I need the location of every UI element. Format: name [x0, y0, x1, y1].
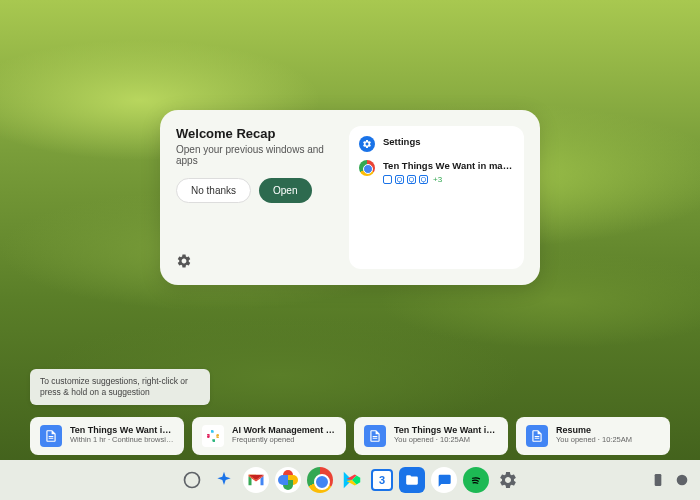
docs-icon [364, 425, 386, 447]
docs-icon [526, 425, 548, 447]
phone-hub-icon[interactable] [650, 472, 666, 488]
sparkle-icon[interactable] [211, 467, 237, 493]
spotify-icon[interactable] [463, 467, 489, 493]
chrome-icon [359, 160, 375, 176]
gmail-icon[interactable] [243, 467, 269, 493]
svg-rect-0 [207, 434, 210, 435]
suggestion-hint-tooltip: To customize suggestions, right-click or… [30, 369, 210, 405]
tab-icon: Q [395, 175, 404, 184]
no-thanks-button[interactable]: No thanks [176, 178, 251, 203]
tab-icon [383, 175, 392, 184]
svg-point-4 [185, 473, 200, 488]
gear-icon[interactable] [176, 253, 192, 269]
recap-sessions: Settings Ten Things We Want in macOS 15 … [349, 126, 524, 269]
tab-icon: Q [407, 175, 416, 184]
session-label: Settings [383, 136, 514, 148]
suggestion-title: AI Work Management & Pro... [232, 425, 336, 435]
play-store-icon[interactable] [339, 467, 365, 493]
suggestion-title: Resume [556, 425, 660, 435]
chrome-icon[interactable] [307, 467, 333, 493]
suggestion-sub: You opened · 10:25AM [556, 435, 660, 444]
suggestion-card[interactable]: ResumeYou opened · 10:25AM [516, 417, 670, 455]
svg-point-6 [677, 475, 688, 486]
svg-rect-3 [214, 439, 215, 442]
welcome-recap-card: Welcome Recap Open your previous windows… [160, 110, 540, 285]
svg-rect-5 [655, 474, 662, 486]
recap-subtitle: Open your previous windows and apps [176, 144, 335, 166]
suggestion-card[interactable]: Ten Things We Want in mac...You opened ·… [354, 417, 508, 455]
system-tray[interactable] [650, 472, 690, 488]
session-label: Ten Things We Want in macOS 15 - Googl..… [383, 160, 514, 172]
suggestion-sub: You opened · 10:25AM [394, 435, 498, 444]
files-icon[interactable] [399, 467, 425, 493]
open-button[interactable]: Open [259, 178, 311, 203]
settings-icon[interactable] [495, 467, 521, 493]
session-tabs: Q Q Q +3 [383, 175, 514, 184]
suggestion-card[interactable]: Ten Things We Want in mac...Within 1 hr … [30, 417, 184, 455]
svg-rect-2 [216, 437, 219, 438]
session-settings[interactable]: Settings [359, 136, 514, 152]
status-icon[interactable] [674, 472, 690, 488]
suggestion-sub: Within 1 hr · Continue browsing [70, 435, 174, 444]
recap-title: Welcome Recap [176, 126, 335, 141]
more-tabs: +3 [433, 175, 442, 184]
photos-icon[interactable] [275, 467, 301, 493]
suggestion-title: Ten Things We Want in mac... [394, 425, 498, 435]
docs-icon [40, 425, 62, 447]
suggestion-card[interactable]: AI Work Management & Pro...Frequently op… [192, 417, 346, 455]
calendar-icon[interactable]: 3 [371, 469, 393, 491]
svg-rect-1 [211, 430, 212, 433]
suggestion-title: Ten Things We Want in mac... [70, 425, 174, 435]
tab-icon: Q [419, 175, 428, 184]
launcher-icon[interactable] [179, 467, 205, 493]
recap-prompt: Welcome Recap Open your previous windows… [176, 126, 335, 269]
messages-icon[interactable] [431, 467, 457, 493]
slack-icon [202, 425, 224, 447]
suggestion-row: Ten Things We Want in mac...Within 1 hr … [30, 417, 670, 455]
shelf: 3 [0, 460, 700, 500]
suggestion-sub: Frequently opened [232, 435, 336, 444]
settings-icon [359, 136, 375, 152]
session-chrome[interactable]: Ten Things We Want in macOS 15 - Googl..… [359, 160, 514, 184]
